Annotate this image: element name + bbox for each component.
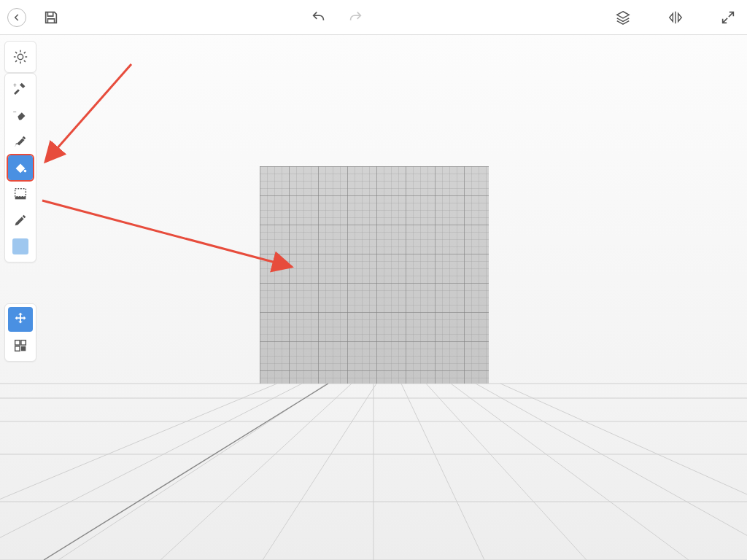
svg-rect-19 [260,166,489,384]
svg-line-27 [15,61,17,62]
hammer-icon: + [12,81,28,97]
svg-rect-34 [15,197,26,200]
left-toolbar-tools: + − [4,73,36,262]
move-icon [12,311,28,327]
viewport-3d[interactable] [0,35,747,560]
svg-line-28 [24,52,26,53]
layers-button[interactable] [611,6,635,29]
svg-line-7 [426,384,587,560]
expand-icon [720,9,736,26]
svg-line-3 [160,384,352,560]
svg-rect-38 [21,346,26,351]
sun-icon [12,49,28,65]
move-tool[interactable] [8,307,33,332]
bucket-icon [12,160,28,176]
svg-line-6 [401,384,484,560]
svg-rect-33 [15,189,26,197]
svg-text:−: − [13,109,17,115]
svg-line-25 [15,52,17,53]
chevron-left-icon [12,12,22,23]
eyedropper-tool[interactable] [8,208,33,233]
svg-point-32 [24,170,27,173]
svg-line-1 [0,384,302,560]
svg-line-10 [500,384,747,560]
undo-icon [311,9,327,26]
svg-point-20 [18,54,23,59]
svg-line-9 [476,384,747,560]
svg-line-8 [451,384,689,560]
brush-tool[interactable] [8,129,33,154]
save-icon [43,9,59,26]
current-color[interactable] [8,234,33,259]
fill-tool[interactable] [8,155,33,180]
svg-line-4 [263,384,376,560]
eraser-icon: − [12,107,28,123]
redo-button[interactable] [344,6,367,29]
save-button[interactable] [39,6,63,29]
redo-icon [347,9,363,26]
selection-icon [12,186,28,202]
left-toolbar-transform [4,303,36,362]
select-tool[interactable] [8,182,33,206]
svg-line-26 [24,61,26,62]
left-toolbar-lighting [4,41,36,73]
palette-tool[interactable] [8,333,33,358]
svg-rect-30 [14,89,20,95]
svg-rect-37 [15,346,20,351]
grid-icon [12,338,28,354]
svg-text:+: + [13,82,17,89]
back-button[interactable] [7,8,26,27]
lighting-tool[interactable] [8,44,33,69]
mirror-icon [667,9,684,26]
color-swatch-icon [12,238,28,254]
svg-rect-36 [21,341,26,345]
eyedropper-icon [12,212,28,228]
svg-line-17 [44,384,328,560]
mirror-button[interactable] [664,6,687,29]
voxel-grid-block[interactable] [260,166,489,384]
fullscreen-button[interactable] [716,6,740,29]
top-toolbar [0,0,747,35]
svg-rect-35 [15,341,20,345]
attach-tool[interactable]: + [8,77,33,101]
undo-button[interactable] [307,6,330,29]
svg-line-0 [0,384,277,560]
layers-icon [615,9,631,26]
erase-tool[interactable]: − [8,103,33,128]
brush-icon [12,133,28,149]
